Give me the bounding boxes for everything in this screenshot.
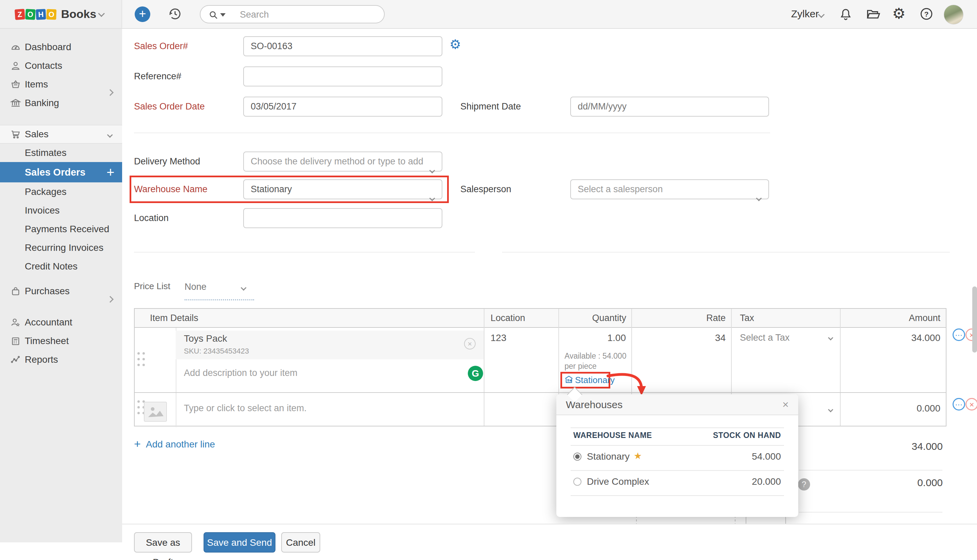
banking-icon [10, 98, 21, 108]
add-line-plus-icon[interactable]: + [134, 437, 141, 450]
warehouse-row-name[interactable]: Stationary [587, 451, 630, 462]
amount-cell: 34.000 [845, 333, 940, 343]
col-tax: Tax [740, 309, 754, 327]
delivery-method-select[interactable]: Choose the delivery method or type to ad… [243, 152, 443, 172]
sidebar-item-contacts[interactable]: Contacts [0, 56, 122, 75]
org-dropdown-chevron-icon[interactable] [818, 11, 825, 18]
drag-handle-icon[interactable] [137, 352, 140, 355]
notifications-icon[interactable] [838, 7, 853, 22]
salesperson-label: Salesperson [460, 179, 511, 199]
logo-tile-h: H [36, 9, 46, 20]
quantity-cell[interactable]: 1.00 [563, 333, 626, 343]
row-more-options-icon[interactable]: ⋯ [953, 398, 965, 410]
sidebar-label: Contacts [25, 56, 62, 75]
tax-select[interactable]: Select a Tax [740, 333, 790, 343]
item-name-cell[interactable]: Toys Pack SKU: 23435453423 × [176, 330, 484, 359]
sidebar-item-accountant[interactable]: Accountant [0, 313, 122, 332]
sidebar-item-sales-orders-selected[interactable]: Sales Orders + [0, 162, 122, 182]
item-table-header: Item Details Location Quantity Rate Tax … [135, 309, 946, 328]
adjustment-help-icon[interactable]: ? [798, 478, 810, 490]
sidebar-item-banking[interactable]: Banking [0, 93, 122, 112]
remove-item-icon[interactable]: × [464, 338, 476, 350]
order-number-settings-gear-icon[interactable]: ⚙ [449, 37, 461, 52]
item-name: Toys Pack [184, 333, 227, 344]
popup-close-icon[interactable]: × [782, 398, 789, 411]
sales-cart-icon [10, 129, 21, 140]
app-logo[interactable]: Z O H O Books [0, 0, 122, 28]
cancel-button[interactable]: Cancel [281, 532, 320, 553]
salesperson-chevron-icon [756, 196, 762, 202]
shipment-date-input[interactable] [570, 97, 769, 117]
sales-order-number-input[interactable] [243, 36, 443, 56]
sales-collapse-chevron-icon[interactable] [107, 132, 113, 138]
location-input[interactable] [243, 208, 443, 228]
global-search[interactable]: Search [200, 5, 385, 23]
reference-input[interactable] [243, 67, 443, 87]
sidebar-label: Packages [25, 182, 67, 201]
sidebar-label: Purchases [25, 282, 70, 300]
col-quantity: Quantity [558, 309, 626, 327]
recent-history-icon[interactable] [167, 6, 183, 22]
sidebar-item-timesheet[interactable]: Timesheet [0, 332, 122, 350]
items-icon [10, 79, 21, 90]
org-name[interactable]: Zylker [791, 8, 819, 20]
salesperson-select[interactable]: Select a salesperson [570, 179, 769, 199]
sidebar-item-sales[interactable]: Sales [0, 125, 122, 144]
sidebar-label: Banking [25, 93, 59, 112]
scrollbar-thumb[interactable] [972, 287, 977, 353]
sidebar-item-payments-received[interactable]: Payments Received [0, 220, 122, 238]
quick-create-button[interactable]: + [135, 7, 150, 22]
sidebar-item-invoices[interactable]: Invoices [0, 201, 122, 220]
price-list-chevron-icon[interactable] [241, 285, 247, 291]
search-icon[interactable] [208, 10, 219, 20]
price-list-value[interactable]: None [185, 282, 207, 292]
rate-cell[interactable]: 34 [637, 333, 726, 343]
warehouse-row-name[interactable]: Drive Complex [587, 476, 649, 487]
sidebar-item-items[interactable]: Items [0, 75, 122, 93]
sidebar-item-purchases[interactable]: Purchases [0, 282, 122, 300]
delivery-method-label: Delivery Method [134, 152, 200, 172]
save-as-draft-button[interactable]: Save as Draft [134, 532, 192, 553]
tax-chevron-icon[interactable] [828, 407, 833, 413]
item-select-placeholder[interactable]: Type or click to select an item. [184, 403, 307, 413]
logo-tile-z: Z [15, 9, 25, 20]
accountant-icon [10, 317, 21, 328]
order-date-label: Sales Order Date [134, 97, 205, 117]
sidebar-label: Dashboard [25, 38, 71, 56]
reports-icon [10, 354, 21, 365]
reference-label: Reference# [134, 67, 182, 87]
sidebar-item-recurring-invoices[interactable]: Recurring Invoices [0, 238, 122, 257]
sidebar-item-dashboard[interactable]: Dashboard [0, 38, 122, 56]
add-another-line-link[interactable]: Add another line [146, 439, 215, 450]
sidebar-item-estimates[interactable]: Estimates [0, 143, 122, 162]
sidebar-item-reports[interactable]: Reports [0, 350, 122, 369]
section-divider [134, 252, 475, 253]
settings-gear-icon[interactable]: ⚙ [892, 5, 905, 22]
sidebar-item-credit-notes[interactable]: Credit Notes [0, 257, 122, 276]
tax-chevron-icon[interactable] [828, 335, 833, 341]
save-and-send-button[interactable]: Save and Send [204, 532, 276, 553]
item-description-placeholder[interactable]: Add description to your item [184, 368, 297, 378]
user-avatar[interactable] [944, 5, 964, 24]
warehouse-radio-selected[interactable] [573, 453, 581, 461]
row-more-options-icon[interactable]: ⋯ [953, 328, 965, 341]
row-delete-icon[interactable]: × [965, 398, 977, 410]
new-sales-order-plus-icon[interactable]: + [107, 162, 114, 182]
location-label: Location [134, 208, 169, 228]
sidebar-nav: Dashboard Contacts Items Banking [0, 29, 122, 542]
help-icon[interactable]: ? [919, 7, 934, 21]
grammarly-icon[interactable]: G [468, 366, 483, 381]
location-cell[interactable]: 123 [491, 333, 506, 343]
org-switch-chevron-icon[interactable] [98, 10, 105, 17]
purchases-expand-chevron-icon[interactable] [107, 296, 114, 303]
sidebar-item-packages[interactable]: Packages [0, 182, 122, 201]
logo-tile-o1: O [25, 9, 36, 20]
primary-warehouse-star-icon: ★ [634, 450, 642, 462]
warehouse-row-stock: 20.000 [752, 476, 781, 487]
drag-handle-icon[interactable] [137, 400, 140, 403]
search-scope-caret-icon[interactable] [220, 13, 225, 17]
documents-folder-icon[interactable] [866, 7, 881, 22]
sidebar-label: Estimates [25, 143, 67, 162]
order-date-input[interactable] [243, 97, 443, 117]
warehouse-radio[interactable] [573, 478, 581, 486]
